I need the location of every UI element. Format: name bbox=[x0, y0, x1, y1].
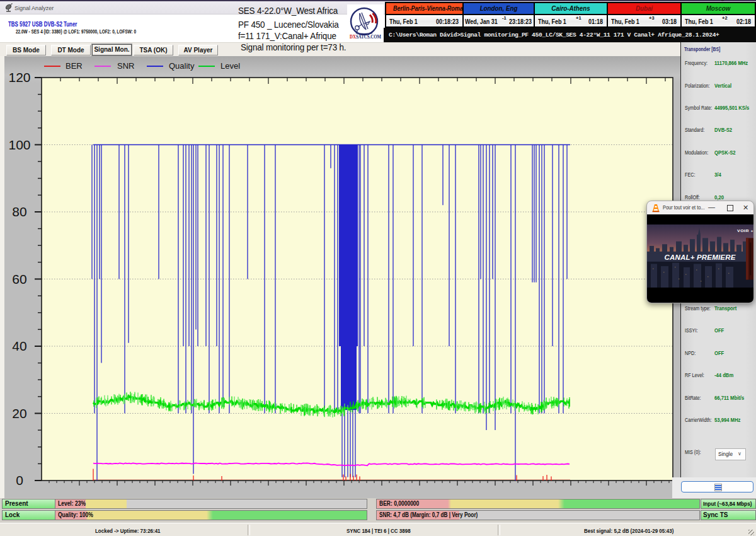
svg-text:VOIR +: VOIR + bbox=[737, 229, 753, 233]
svg-text:CANAL+ PREMIERE: CANAL+ PREMIERE bbox=[664, 254, 736, 261]
svg-text:DXSATCS.COM: DXSATCS.COM bbox=[350, 33, 381, 40]
